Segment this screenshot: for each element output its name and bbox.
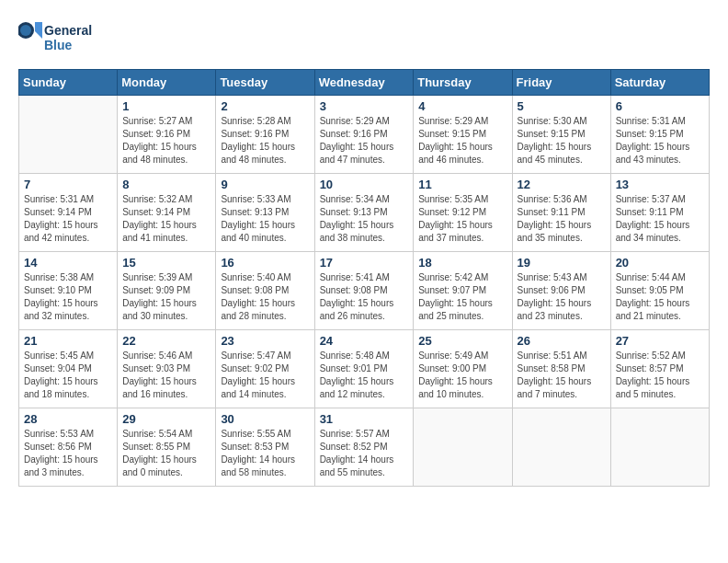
calendar-day-header: Thursday [414, 70, 512, 96]
calendar-day-cell: 29Sunrise: 5:54 AM Sunset: 8:55 PM Dayli… [118, 408, 216, 487]
day-number: 29 [122, 412, 210, 426]
day-number: 19 [518, 256, 606, 270]
day-number: 17 [320, 256, 409, 270]
day-info: Sunrise: 5:53 AM Sunset: 8:56 PM Dayligh… [24, 428, 112, 479]
calendar-day-cell: 19Sunrise: 5:43 AM Sunset: 9:06 PM Dayli… [512, 252, 610, 330]
day-info: Sunrise: 5:28 AM Sunset: 9:16 PM Dayligh… [221, 115, 309, 167]
day-info: Sunrise: 5:54 AM Sunset: 8:55 PM Dayligh… [122, 428, 210, 479]
calendar-day-cell: 27Sunrise: 5:52 AM Sunset: 8:57 PM Dayli… [610, 330, 709, 408]
calendar-day-cell [610, 408, 709, 487]
day-number: 27 [616, 334, 704, 348]
day-info: Sunrise: 5:39 AM Sunset: 9:09 PM Dayligh… [122, 271, 210, 323]
day-number: 25 [418, 334, 506, 348]
day-number: 2 [221, 99, 309, 113]
day-number: 4 [418, 99, 506, 113]
day-info: Sunrise: 5:40 AM Sunset: 9:08 PM Dayligh… [221, 271, 309, 323]
logo: General Blue [18, 18, 101, 60]
day-number: 7 [24, 178, 112, 191]
calendar-day-cell: 11Sunrise: 5:35 AM Sunset: 9:12 PM Dayli… [414, 174, 512, 252]
calendar-week-row: 1Sunrise: 5:27 AM Sunset: 9:16 PM Daylig… [19, 96, 710, 174]
calendar-day-cell: 5Sunrise: 5:30 AM Sunset: 9:15 PM Daylig… [512, 96, 610, 174]
calendar-day-cell: 20Sunrise: 5:44 AM Sunset: 9:05 PM Dayli… [610, 252, 709, 330]
calendar-day-cell: 25Sunrise: 5:49 AM Sunset: 9:00 PM Dayli… [414, 330, 512, 408]
day-number: 15 [122, 256, 210, 270]
day-info: Sunrise: 5:49 AM Sunset: 9:00 PM Dayligh… [418, 350, 506, 401]
day-number: 16 [221, 256, 309, 270]
day-info: Sunrise: 5:51 AM Sunset: 8:58 PM Dayligh… [518, 350, 606, 401]
calendar-day-cell: 3Sunrise: 5:29 AM Sunset: 9:16 PM Daylig… [314, 96, 414, 174]
calendar-day-cell: 6Sunrise: 5:31 AM Sunset: 9:15 PM Daylig… [610, 96, 709, 174]
calendar-day-cell: 4Sunrise: 5:29 AM Sunset: 9:15 PM Daylig… [414, 96, 512, 174]
calendar-day-cell: 21Sunrise: 5:45 AM Sunset: 9:04 PM Dayli… [19, 330, 118, 408]
day-number: 28 [24, 412, 112, 426]
calendar-day-cell: 18Sunrise: 5:42 AM Sunset: 9:07 PM Dayli… [414, 252, 512, 330]
calendar-day-header: Friday [512, 70, 610, 96]
day-number: 3 [320, 99, 409, 113]
day-info: Sunrise: 5:57 AM Sunset: 8:52 PM Dayligh… [320, 428, 409, 479]
day-info: Sunrise: 5:31 AM Sunset: 9:15 PM Dayligh… [616, 115, 704, 167]
svg-text:General: General [44, 23, 92, 38]
calendar-week-row: 7Sunrise: 5:31 AM Sunset: 9:14 PM Daylig… [19, 174, 710, 252]
day-info: Sunrise: 5:43 AM Sunset: 9:06 PM Dayligh… [518, 271, 606, 323]
calendar-day-cell [414, 408, 512, 487]
day-info: Sunrise: 5:32 AM Sunset: 9:14 PM Dayligh… [122, 193, 210, 245]
svg-text:Blue: Blue [44, 38, 73, 52]
day-info: Sunrise: 5:29 AM Sunset: 9:15 PM Dayligh… [418, 115, 506, 167]
day-info: Sunrise: 5:45 AM Sunset: 9:04 PM Dayligh… [24, 350, 112, 401]
day-number: 9 [221, 178, 309, 191]
calendar-day-header: Wednesday [314, 70, 414, 96]
calendar-week-row: 14Sunrise: 5:38 AM Sunset: 9:10 PM Dayli… [19, 252, 710, 330]
calendar-day-header: Saturday [610, 70, 709, 96]
day-info: Sunrise: 5:42 AM Sunset: 9:07 PM Dayligh… [418, 271, 506, 323]
day-number: 1 [122, 99, 210, 113]
day-info: Sunrise: 5:29 AM Sunset: 9:16 PM Dayligh… [320, 115, 409, 167]
calendar-week-row: 28Sunrise: 5:53 AM Sunset: 8:56 PM Dayli… [19, 408, 710, 487]
page-header: General Blue [18, 18, 710, 60]
day-info: Sunrise: 5:44 AM Sunset: 9:05 PM Dayligh… [616, 271, 704, 323]
day-number: 13 [616, 178, 704, 191]
calendar-day-cell: 17Sunrise: 5:41 AM Sunset: 9:08 PM Dayli… [314, 252, 414, 330]
day-number: 31 [320, 412, 409, 426]
calendar-day-cell [512, 408, 610, 487]
calendar-day-cell: 16Sunrise: 5:40 AM Sunset: 9:08 PM Dayli… [216, 252, 314, 330]
day-info: Sunrise: 5:38 AM Sunset: 9:10 PM Dayligh… [24, 271, 112, 323]
day-number: 11 [418, 178, 506, 191]
calendar-day-cell: 24Sunrise: 5:48 AM Sunset: 9:01 PM Dayli… [314, 330, 414, 408]
calendar-day-cell: 26Sunrise: 5:51 AM Sunset: 8:58 PM Dayli… [512, 330, 610, 408]
day-info: Sunrise: 5:36 AM Sunset: 9:11 PM Dayligh… [518, 193, 606, 245]
calendar-day-cell: 14Sunrise: 5:38 AM Sunset: 9:10 PM Dayli… [19, 252, 118, 330]
calendar-day-cell: 1Sunrise: 5:27 AM Sunset: 9:16 PM Daylig… [118, 96, 216, 174]
calendar-day-cell: 7Sunrise: 5:31 AM Sunset: 9:14 PM Daylig… [19, 174, 118, 252]
day-number: 20 [616, 256, 704, 270]
calendar-week-row: 21Sunrise: 5:45 AM Sunset: 9:04 PM Dayli… [19, 330, 710, 408]
calendar-table: SundayMondayTuesdayWednesdayThursdayFrid… [18, 69, 710, 487]
calendar-day-cell: 30Sunrise: 5:55 AM Sunset: 8:53 PM Dayli… [216, 408, 314, 487]
day-info: Sunrise: 5:27 AM Sunset: 9:16 PM Dayligh… [122, 115, 210, 167]
calendar-day-cell: 10Sunrise: 5:34 AM Sunset: 9:13 PM Dayli… [314, 174, 414, 252]
day-number: 8 [122, 178, 210, 191]
day-number: 26 [518, 334, 606, 348]
calendar-day-cell: 31Sunrise: 5:57 AM Sunset: 8:52 PM Dayli… [314, 408, 414, 487]
day-number: 22 [122, 334, 210, 348]
day-number: 23 [221, 334, 309, 348]
day-number: 5 [518, 99, 606, 113]
svg-point-5 [20, 25, 31, 36]
calendar-day-cell: 22Sunrise: 5:46 AM Sunset: 9:03 PM Dayli… [118, 330, 216, 408]
day-info: Sunrise: 5:46 AM Sunset: 9:03 PM Dayligh… [122, 350, 210, 401]
day-info: Sunrise: 5:55 AM Sunset: 8:53 PM Dayligh… [221, 428, 309, 479]
calendar-day-cell: 13Sunrise: 5:37 AM Sunset: 9:11 PM Dayli… [610, 174, 709, 252]
logo-svg: General Blue [18, 18, 101, 60]
day-info: Sunrise: 5:33 AM Sunset: 9:13 PM Dayligh… [221, 193, 309, 245]
calendar-day-cell: 12Sunrise: 5:36 AM Sunset: 9:11 PM Dayli… [512, 174, 610, 252]
day-info: Sunrise: 5:34 AM Sunset: 9:13 PM Dayligh… [320, 193, 409, 245]
day-number: 18 [418, 256, 506, 270]
calendar-header-row: SundayMondayTuesdayWednesdayThursdayFrid… [19, 70, 710, 96]
calendar-day-header: Monday [118, 70, 216, 96]
day-info: Sunrise: 5:48 AM Sunset: 9:01 PM Dayligh… [320, 350, 409, 401]
calendar-day-header: Sunday [19, 70, 118, 96]
calendar-day-cell: 8Sunrise: 5:32 AM Sunset: 9:14 PM Daylig… [118, 174, 216, 252]
day-number: 14 [24, 256, 112, 270]
calendar-day-header: Tuesday [216, 70, 314, 96]
day-number: 12 [518, 178, 606, 191]
day-info: Sunrise: 5:30 AM Sunset: 9:15 PM Dayligh… [518, 115, 606, 167]
